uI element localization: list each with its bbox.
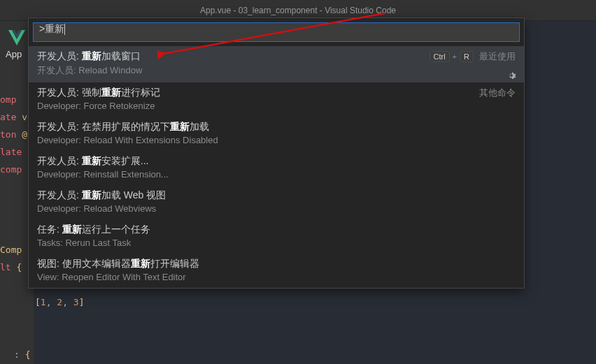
tab-bar: App (0, 42, 22, 66)
palette-item[interactable]: 视图: 使用文本编辑器重新打开编辑器 View: Reopen Editor W… (29, 254, 524, 288)
command-palette-list: 开发人员: 重新加载窗口 开发人员: Reload Window Ctrl + … (29, 46, 524, 288)
keybinding: Ctrl + R (430, 51, 474, 62)
item-title: 开发人员: 强制重新进行标记 (37, 87, 516, 99)
palette-item[interactable]: 开发人员: 重新安装扩展... Developer: Reinstall Ext… (29, 151, 524, 185)
item-subtitle: Developer: Force Retokenize (37, 101, 516, 111)
gear-icon[interactable] (506, 70, 517, 81)
item-subtitle: 开发人员: Reload Window (37, 64, 516, 77)
command-palette: >重新 开发人员: 重新加载窗口 开发人员: Reload Window Ctr… (28, 17, 525, 289)
palette-item[interactable]: 开发人员: 强制重新进行标记 Developer: Force Retokeni… (29, 82, 524, 117)
item-title: 视图: 使用文本编辑器重新打开编辑器 (37, 258, 516, 270)
window-title: App.vue - 03_learn_component - Visual St… (200, 6, 396, 15)
item-title: 开发人员: 重新安装扩展... (37, 155, 516, 168)
item-subtitle: Developer: Reinstall Extension... (37, 169, 516, 180)
palette-item[interactable]: 开发人员: 重新加载窗口 开发人员: Reload Window Ctrl + … (29, 46, 524, 82)
palette-input-wrap: >重新 (29, 18, 524, 46)
group-label: 最近使用 (479, 50, 516, 63)
tab-label[interactable]: App (6, 49, 22, 59)
item-subtitle: Developer: Reload Webviews (37, 203, 516, 214)
item-subtitle: Developer: Reload With Extensions Disabl… (37, 135, 516, 145)
item-title: 开发人员: 在禁用扩展的情况下重新加载 (37, 121, 516, 133)
item-subtitle: Tasks: Rerun Last Task (37, 238, 516, 248)
item-title: 开发人员: 重新加载 Web 视图 (37, 189, 516, 202)
item-title: 任务: 重新运行上一个任务 (37, 224, 516, 236)
command-palette-input[interactable]: >重新 (33, 22, 520, 42)
palette-item[interactable]: 开发人员: 在禁用扩展的情况下重新加载 Developer: Reload Wi… (29, 117, 524, 151)
palette-item[interactable]: 任务: 重新运行上一个任务 Tasks: Rerun Last Task (29, 219, 524, 254)
palette-item[interactable]: 开发人员: 重新加载 Web 视图 Developer: Reload Webv… (29, 185, 524, 219)
item-subtitle: View: Reopen Editor With Text Editor (37, 272, 516, 282)
group-label: 其他命令 (479, 87, 516, 99)
text-caret-icon (64, 24, 65, 35)
